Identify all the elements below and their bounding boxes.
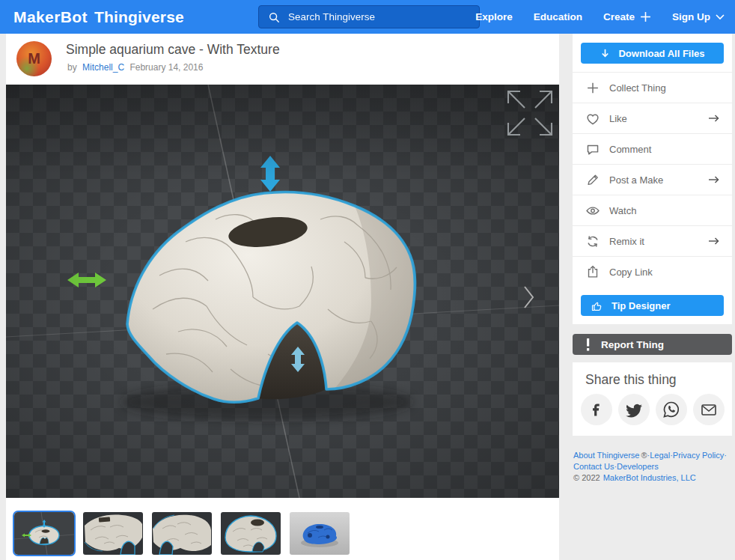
- email-icon: [698, 399, 719, 420]
- comment-button[interactable]: Comment: [573, 133, 732, 164]
- scale-handle-horizontal[interactable]: [67, 273, 106, 287]
- share-whatsapp-button[interactable]: [656, 394, 687, 425]
- makerbot-thingiverse-logo[interactable]: MakerBot Thingiverse: [13, 0, 184, 34]
- like-button[interactable]: Like: [573, 103, 732, 133]
- post-a-make-button[interactable]: Post a Make: [573, 164, 732, 195]
- footer-links-line2: Contact Us·Developers: [573, 461, 732, 472]
- exclamation-icon: [585, 338, 591, 351]
- nav-create[interactable]: Create: [603, 11, 651, 22]
- copy-link-button[interactable]: Copy Link: [573, 256, 732, 287]
- nav-sign-up[interactable]: Sign Up: [672, 11, 725, 22]
- share-facebook-button[interactable]: [581, 394, 612, 425]
- page-title: Simple aquarium cave - With Texture: [66, 42, 280, 58]
- search-icon: [268, 11, 280, 23]
- cave-model[interactable]: [127, 192, 415, 403]
- arrow-right-icon: [707, 174, 720, 186]
- plus-icon: [640, 11, 651, 22]
- next-image-chevron[interactable]: [522, 285, 536, 309]
- top-nav-bar: MakerBot Thingiverse Explore Education C…: [0, 0, 735, 34]
- thumbnail-4[interactable]: [221, 512, 281, 555]
- nav-explore[interactable]: Explore: [475, 11, 513, 22]
- twitter-icon: [623, 399, 644, 420]
- footer-copyright: © 2022MakerBot Industries, LLC: [573, 472, 732, 484]
- collect-thing-button[interactable]: Collect Thing: [573, 72, 732, 103]
- avatar[interactable]: M: [16, 41, 52, 76]
- whatsapp-icon: [661, 399, 682, 420]
- header-nav: Explore Education Create Sign Up: [475, 0, 725, 34]
- share-panel: Share this thing: [573, 362, 732, 436]
- footer-developers-link[interactable]: Developers: [617, 462, 659, 471]
- logo-thingiverse-text: Thingiverse: [94, 8, 184, 26]
- thumbnail-5[interactable]: [290, 512, 350, 555]
- fullscreen-expand-button[interactable]: [505, 88, 555, 138]
- share-email-button[interactable]: [693, 394, 725, 425]
- download-icon: [600, 48, 611, 59]
- footer-about-link[interactable]: About Thingiverse: [573, 451, 639, 460]
- tip-designer-button[interactable]: Tip Designer: [581, 295, 724, 316]
- facebook-icon: [586, 399, 607, 420]
- byline: by Mitchell_C February 14, 2016: [66, 62, 204, 73]
- arrow-right-icon: [707, 112, 720, 124]
- remix-it-button[interactable]: Remix it: [573, 225, 732, 256]
- footer-legal-link[interactable]: Legal: [650, 451, 670, 460]
- scale-handle-vertical[interactable]: [260, 156, 280, 192]
- watch-button[interactable]: Watch: [573, 195, 732, 225]
- nav-education[interactable]: Education: [534, 11, 582, 22]
- arrow-right-icon: [707, 235, 720, 247]
- share-icon: [585, 265, 600, 279]
- pencil-icon: [585, 173, 600, 187]
- copyright-year: © 2022: [573, 473, 600, 482]
- remix-icon: [585, 234, 600, 249]
- site-footer: About Thingiverse®·Legal·Privacy Policy·…: [573, 450, 732, 484]
- footer-privacy-link[interactable]: Privacy Policy: [673, 451, 724, 460]
- thing-main-panel: M Simple aquarium cave - With Texture by…: [6, 34, 559, 560]
- footer-links-line1: About Thingiverse®·Legal·Privacy Policy·: [573, 450, 732, 461]
- download-all-files-button[interactable]: Download All Files: [581, 43, 724, 64]
- report-thing-button[interactable]: Report Thing: [573, 334, 732, 355]
- footer-contact-link[interactable]: Contact Us: [573, 462, 614, 471]
- model-viewer-canvas[interactable]: [6, 85, 559, 498]
- thumbnail-1-selected[interactable]: [13, 511, 76, 556]
- share-icons-row: [581, 394, 725, 425]
- thumbs-up-icon: [591, 299, 603, 312]
- thumbnail-strip: [6, 498, 559, 560]
- logo-makerbot-text: MakerBot: [13, 8, 88, 26]
- thumbnail-3[interactable]: [152, 512, 212, 555]
- plus-icon: [585, 81, 600, 95]
- registered-mark: ®: [641, 451, 647, 460]
- heart-icon: [585, 112, 600, 126]
- thumbnail-2[interactable]: [83, 512, 143, 555]
- model-canvas: [6, 85, 559, 498]
- byline-prefix: by: [67, 62, 77, 73]
- eye-icon: [585, 204, 600, 218]
- search-input[interactable]: [288, 11, 470, 22]
- share-twitter-button[interactable]: [618, 394, 650, 425]
- footer-company-link[interactable]: MakerBot Industries, LLC: [603, 473, 696, 482]
- chevron-down-icon: [716, 13, 725, 20]
- search-box[interactable]: [258, 5, 480, 28]
- publish-date: February 14, 2016: [129, 62, 203, 73]
- share-panel-title: Share this thing: [585, 372, 677, 388]
- comment-icon: [585, 142, 600, 156]
- thing-header: M Simple aquarium cave - With Texture by…: [6, 34, 559, 85]
- action-sidebar: Download All Files Collect Thing Like Co…: [573, 34, 732, 324]
- author-link[interactable]: Mitchell_C: [82, 62, 124, 73]
